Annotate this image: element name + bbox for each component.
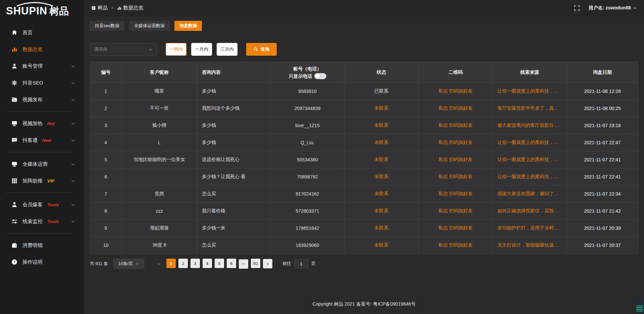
inquiry-content: 多少钱？让我死心 看	[197, 168, 271, 186]
inquiry-content: 多少钱一米	[197, 220, 271, 237]
breadcrumb-root[interactable]: 树品	[91, 5, 108, 11]
lead-source[interactable]: 被大家追着问的客厅投影分享...	[493, 117, 567, 134]
inquiry-date: 2021-11-07 22:41	[567, 151, 638, 168]
lead-source[interactable]: 感谢大家喜欢我家，被问了好...	[493, 186, 567, 203]
sidebar-item-doukertong[interactable]: 抖客通New	[0, 132, 84, 149]
account-phone: 178651642	[271, 220, 344, 237]
table-body: 1哦章多少钱9583810已联系私信 扫码加好友让你一眼就爱上的黑科技，能...…	[90, 83, 638, 254]
chevron-down-icon	[71, 64, 75, 68]
page-button-4[interactable]: 4	[203, 259, 212, 268]
copyright-text: Copyright 树品 2021 备案号: 粤ICP备09019646号	[312, 301, 416, 307]
sidebar-item-media-operation[interactable]: 全媒体运营	[0, 156, 84, 172]
chevron-down-icon	[71, 138, 75, 143]
col-header-qrcode: 二维码	[419, 62, 493, 83]
account-phone: 572803371	[271, 203, 344, 220]
account-phone: 183929060	[271, 237, 344, 254]
video-publish-icon	[11, 97, 17, 103]
row-no: 7	[90, 186, 122, 203]
sidebar-item-label: 账号管理	[22, 63, 43, 69]
sidebar-item-consume-detail[interactable]: 消费明细	[0, 237, 84, 254]
sidebar-item-video-publish[interactable]: 视频发布	[0, 91, 84, 108]
row-no: 6	[90, 168, 122, 186]
filter-select[interactable]: 请选择	[90, 43, 157, 56]
sidebar-divider	[6, 152, 73, 152]
lead-source[interactable]: 让你一眼就爱上的黑科技，能...	[493, 134, 567, 151]
tab-douyin-seo-data[interactable]: 抖音seo数据	[90, 21, 124, 31]
lead-source[interactable]: 让你一眼就爱上的黑科技，能...	[493, 151, 567, 168]
logo-text-en: SHUPIN	[6, 5, 47, 17]
page-ellipsis[interactable]: •••	[239, 259, 248, 269]
prev-page-button[interactable]: ‹	[154, 259, 164, 268]
qr-action[interactable]: 私信 扫码加好友	[419, 151, 493, 168]
sidebar-item-member-baoke[interactable]: 会员爆客Tools	[0, 196, 84, 213]
tabs-row: 抖音seo数据全媒体运营数据询盘数据	[90, 21, 638, 31]
sidebar-item-account-manage[interactable]: 账号管理	[0, 58, 84, 74]
sidebar-item-operation-guide[interactable]: ?操作说明	[0, 254, 84, 270]
qr-action[interactable]: 私信 扫码加好友	[419, 100, 493, 117]
inquiry-content: 多少钱	[197, 134, 271, 151]
qr-action[interactable]: 私信 扫码加好友	[419, 134, 493, 151]
lead-source[interactable]: 客厅安装投影半年多了，真实...	[493, 100, 567, 117]
sidebar-item-matrix-boost[interactable]: 矩阵助推VIP	[0, 172, 84, 189]
lead-source[interactable]: 如何正确选择投影仪，买投影...	[493, 203, 567, 220]
lead-source[interactable]: 无主灯设计，智能磁吸轨道灯...	[493, 237, 567, 254]
sidebar-divider	[6, 233, 73, 233]
lead-source[interactable]: 多功能护栏灯，适用于乡村文...	[493, 220, 567, 237]
breadcrumb-current[interactable]: 数据总览	[117, 5, 144, 11]
lead-source[interactable]: 让你一眼就爱上的黑科技，能...	[493, 168, 567, 186]
filter-row: 请选择 一周内一月内三月内 查询	[90, 43, 638, 56]
table-row: 7觉然怎么买917024162未联系私信 扫码加好友感谢大家喜欢我家，被问了好.…	[90, 186, 638, 203]
inquiry-date: 2021-11-07 22:47	[567, 134, 638, 151]
search-button-label: 查询	[261, 46, 269, 52]
qr-action[interactable]: 私信 扫码加好友	[419, 168, 493, 186]
fullscreen-icon[interactable]	[574, 5, 580, 11]
qr-action[interactable]: 私信 扫码加好友	[419, 237, 493, 254]
page-size-select[interactable]: 10条/页	[113, 259, 144, 269]
monitor-icon	[11, 120, 17, 126]
jump-page-input[interactable]	[294, 259, 309, 268]
table-row: 1036度 8怎么买183929060未联系私信 扫码加好友无主灯设计，智能磁吸…	[90, 237, 638, 254]
sidebar-item-douyin-seo[interactable]: 抖音SEO	[0, 74, 84, 91]
contact-status: 未联系	[344, 186, 419, 203]
page-button-2[interactable]: 2	[178, 259, 188, 268]
svg-text:?: ?	[13, 260, 16, 264]
page-button-3[interactable]: 3	[191, 259, 200, 268]
phone-only-toggle[interactable]	[314, 73, 326, 79]
qr-action[interactable]: 私信 扫码加好友	[419, 203, 493, 220]
qr-action[interactable]: 私信 扫码加好友	[419, 186, 493, 203]
period-button-0[interactable]: 一周内	[166, 43, 186, 56]
page-button-1[interactable]: 1	[166, 259, 176, 268]
tab-media-operation-data[interactable]: 全媒体运营数据	[129, 21, 170, 31]
page-button-6[interactable]: 6	[227, 259, 236, 268]
contact-status: 未联系	[344, 168, 419, 186]
qr-action[interactable]: 私信 扫码加好友	[419, 117, 493, 134]
sidebar-item-home[interactable]: 首页	[0, 24, 84, 41]
qr-action[interactable]: 私信 扫码加好友	[419, 220, 493, 237]
contact-status: 未联系	[344, 100, 419, 117]
period-button-2[interactable]: 三月内	[217, 43, 237, 56]
sidebar-item-data-overview[interactable]: 数据总览	[0, 41, 84, 58]
period-button-1[interactable]: 一月内	[191, 43, 212, 56]
customer-nickname: 哦章	[122, 83, 197, 100]
sidebar-item-label: 抖音SEO	[22, 80, 43, 86]
sidebar-item-badge: Tools	[47, 219, 59, 224]
search-button[interactable]: 查询	[246, 43, 277, 56]
page-button-5[interactable]: 5	[215, 259, 224, 268]
qr-action[interactable]: 私信 扫码加好友	[419, 83, 493, 100]
member-icon	[11, 202, 17, 208]
col-header-source: 线索来源	[493, 62, 567, 83]
corner-chat-widget[interactable]	[635, 299, 644, 314]
contact-status: 未联系	[344, 237, 419, 254]
inquiry-date: 2021-11-07 23:18	[567, 117, 638, 134]
sidebar-item-badge: New	[42, 138, 51, 143]
lead-source[interactable]: 让你一眼就爱上的黑科技，能...	[493, 83, 567, 100]
sidebar-item-label: 视频加热	[22, 120, 43, 127]
tab-inquiry-data[interactable]: 询盘数据	[174, 21, 202, 31]
page-button-92[interactable]: 92	[251, 259, 260, 268]
breadcrumb-separator: >	[111, 5, 114, 10]
grid-icon	[11, 178, 17, 184]
sidebar-item-lead-monitor[interactable]: 线索监控Tools	[0, 213, 84, 230]
next-page-button[interactable]: ›	[263, 259, 272, 268]
sidebar-item-video-heating[interactable]: 视频加热Hot	[0, 115, 84, 132]
user-menu[interactable]: 用户名: zswodun88	[589, 5, 637, 11]
